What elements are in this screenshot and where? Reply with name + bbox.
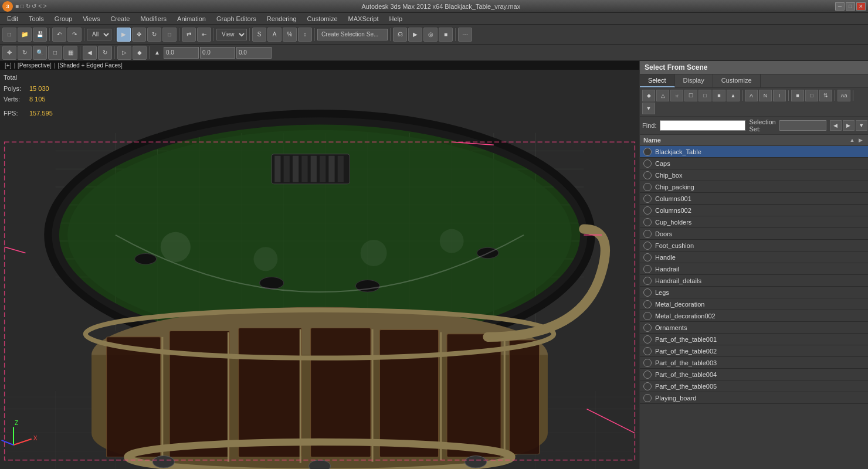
scene-item[interactable]: Part_of_the_table005 <box>640 380 868 392</box>
all-btn[interactable]: A <box>745 90 758 101</box>
scroll-up-btn[interactable]: ▲ <box>848 136 856 144</box>
toolbar-open-btn[interactable]: 📁 <box>18 28 32 42</box>
mirror-btn[interactable]: ⇄ <box>182 28 196 42</box>
spinner-snap-btn[interactable]: ↕ <box>298 28 312 42</box>
menu-item-help[interactable]: Help <box>385 14 408 23</box>
menu-item-group[interactable]: Group <box>50 14 77 23</box>
flythrough-btn[interactable]: ◆ <box>133 46 147 60</box>
helpers-icon-btn[interactable]: □ <box>699 90 711 101</box>
rotate-btn[interactable]: ↻ <box>147 28 161 42</box>
filter-select[interactable]: All <box>87 29 111 40</box>
select-none-btn[interactable]: □ <box>805 90 818 101</box>
scene-item[interactable]: Foot_cushion <box>640 240 868 252</box>
extras-btn[interactable]: ⋯ <box>458 28 472 42</box>
none-btn[interactable]: N <box>759 90 772 101</box>
scene-item[interactable]: Metal_decoration002 <box>640 310 868 322</box>
zoom-btn[interactable]: 🔍 <box>33 46 47 60</box>
toolbar-undo-btn[interactable]: ↶ <box>52 28 66 42</box>
walk-through-btn[interactable]: ▷ <box>117 46 131 60</box>
toolbar-new-btn[interactable]: □ <box>2 28 16 42</box>
scene-item[interactable]: Columns001 <box>640 193 868 205</box>
invert-btn[interactable]: I <box>773 90 786 101</box>
zoom-extents-btn[interactable]: □ <box>48 46 62 60</box>
scene-item[interactable]: Cup_holders <box>640 216 868 228</box>
x-input[interactable] <box>164 47 199 59</box>
active-shade-btn[interactable]: ◎ <box>423 28 438 42</box>
menu-item-maxscript[interactable]: MAXScript <box>344 14 384 23</box>
percent-snap-btn[interactable]: % <box>283 28 297 42</box>
find-next-btn[interactable]: ▶ <box>843 120 855 131</box>
toolbar-redo-btn[interactable]: ↷ <box>67 28 82 42</box>
spacewarps-icon-btn[interactable]: ■ <box>713 90 725 101</box>
scene-item[interactable]: Handrail <box>640 263 868 275</box>
selection-set-input[interactable] <box>779 120 826 131</box>
create-selection-btn[interactable]: Create Selection Se... <box>317 29 388 40</box>
pan-btn[interactable]: ✥ <box>2 46 16 60</box>
scene-item[interactable]: Part_of_the_table001 <box>640 334 868 345</box>
scene-item[interactable]: Ornaments <box>640 322 868 334</box>
menu-item-graph-editors[interactable]: Graph Editors <box>212 14 261 23</box>
select-all-btn[interactable]: ■ <box>791 90 804 101</box>
render-btn[interactable]: ▶ <box>408 28 422 42</box>
menu-item-customize[interactable]: Customize <box>303 14 343 23</box>
find-pin-btn[interactable]: ▼ <box>856 120 867 131</box>
menu-item-create[interactable]: Create <box>106 14 134 23</box>
render-frame-btn[interactable]: ■ <box>439 28 453 42</box>
move-btn[interactable]: ✥ <box>132 28 146 42</box>
geometry-icon-btn[interactable]: ◆ <box>642 90 655 101</box>
scene-item[interactable]: Caps <box>640 158 868 169</box>
z-input[interactable] <box>236 47 272 59</box>
viewport[interactable]: [ + ] | [ Perspective ] | [ Shaded + Edg… <box>0 61 639 469</box>
select-btn[interactable]: ▶ <box>117 28 131 42</box>
scale-btn[interactable]: □ <box>162 28 177 42</box>
panel-tab-customize[interactable]: Customize <box>713 74 761 87</box>
orbit-btn[interactable]: ↻ <box>18 46 32 60</box>
scene-item[interactable]: Chip_box <box>640 169 868 181</box>
viewport-label-select[interactable]: View <box>216 29 247 40</box>
scene-item[interactable]: Legs <box>640 287 868 298</box>
select-invert-btn[interactable]: ⇅ <box>819 90 832 101</box>
close-button[interactable]: ✕ <box>856 2 866 11</box>
zoom-region-btn[interactable]: ▦ <box>63 46 77 60</box>
titlebar-controls[interactable]: ─ □ ✕ <box>835 2 866 11</box>
lights-icon-btn[interactable]: ☼ <box>670 90 683 101</box>
filter-icon-btn[interactable]: ▼ <box>642 103 655 114</box>
menu-item-views[interactable]: Views <box>78 14 104 23</box>
find-input[interactable] <box>660 120 745 131</box>
case-btn[interactable]: Aa <box>838 90 850 101</box>
scene-item[interactable]: Blackjack_Table <box>640 146 868 158</box>
menu-item-tools[interactable]: Tools <box>24 14 49 23</box>
panel-tab-display[interactable]: Display <box>675 74 713 87</box>
arc-rotate-btn[interactable]: ↻ <box>98 46 112 60</box>
find-prev-btn[interactable]: ◀ <box>830 120 842 131</box>
scene-item[interactable]: Handrail_details <box>640 275 868 287</box>
menu-item-rendering[interactable]: Rendering <box>262 14 301 23</box>
scene-item[interactable]: Part_of_the_table002 <box>640 345 868 357</box>
shapes-icon-btn[interactable]: △ <box>656 90 669 101</box>
minimize-button[interactable]: ─ <box>835 2 845 11</box>
scene-item[interactable]: Columns002 <box>640 205 868 216</box>
scene-item[interactable]: Playing_board <box>640 392 868 404</box>
viewport-3d[interactable]: [ + ] | [ Perspective ] | [ Shaded + Edg… <box>0 61 639 469</box>
menu-item-modifiers[interactable]: Modifiers <box>135 14 171 23</box>
panel-tab-select[interactable]: Select <box>640 74 675 87</box>
toolbar-save-btn[interactable]: 💾 <box>33 28 47 42</box>
y-input[interactable] <box>200 47 235 59</box>
render-setup-btn[interactable]: ☊ <box>393 28 407 42</box>
systems-icon-btn[interactable]: ▲ <box>727 90 740 101</box>
scroll-pin-btn[interactable]: ▶ <box>856 136 864 144</box>
scene-item[interactable]: Chip_packing <box>640 181 868 193</box>
scene-item[interactable]: Doors <box>640 228 868 240</box>
menu-item-animation[interactable]: Animation <box>172 14 211 23</box>
snap-toggle-btn[interactable]: S <box>252 28 266 42</box>
scene-list[interactable]: Blackjack_TableCapsChip_boxChip_packingC… <box>640 146 868 469</box>
scene-item[interactable]: Part_of_the_table003 <box>640 357 868 369</box>
scene-item[interactable]: Metal_decoration <box>640 298 868 310</box>
align-btn[interactable]: ⇤ <box>197 28 211 42</box>
scene-item[interactable]: Part_of_the_table004 <box>640 369 868 380</box>
maximize-button[interactable]: □ <box>846 2 855 11</box>
cameras-icon-btn[interactable]: ☐ <box>684 90 697 101</box>
menu-item-edit[interactable]: Edit <box>2 14 23 23</box>
scene-item[interactable]: Handle <box>640 252 868 263</box>
field-of-view-btn[interactable]: ◀ <box>83 46 97 60</box>
